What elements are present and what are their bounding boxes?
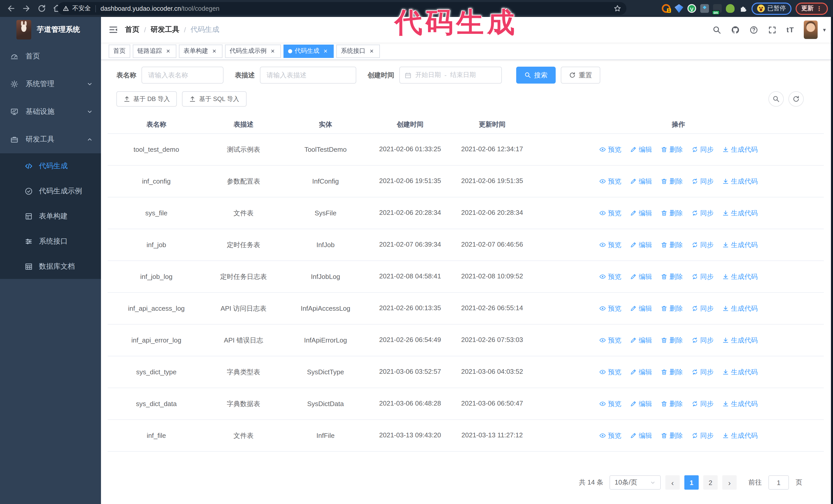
action-delete-link[interactable]: 删除 [661,431,683,440]
tab-close-icon[interactable]: × [165,48,172,54]
sidebar-subitem-表单构建[interactable]: 表单构建 [0,203,101,229]
action-preview-link[interactable]: 预览 [599,336,621,345]
extension-icon-dark[interactable]: on [713,4,722,13]
sidebar-subitem-代码生成[interactable]: 代码生成 [0,153,101,178]
action-preview-link[interactable]: 预览 [599,145,621,154]
extension-icon-green[interactable] [726,4,735,13]
action-preview-link[interactable]: 预览 [599,272,621,281]
action-preview-link[interactable]: 预览 [599,240,621,249]
action-preview-link[interactable]: 预览 [599,367,621,377]
action-generate-code-link[interactable]: 生成代码 [722,272,758,281]
address-bar[interactable]: 不安全 dashboard.yudao.iocoder.cn/tool/code… [57,2,626,15]
next-page-button[interactable]: › [722,475,737,490]
tab-系统接口[interactable]: 系统接口× [336,44,380,58]
action-preview-link[interactable]: 预览 [599,177,621,186]
action-edit-link[interactable]: 编辑 [630,399,652,408]
sidebar-item-基础设施[interactable]: 基础设施 [0,98,101,126]
browser-menu-dots-icon[interactable]: ⋮ [816,6,822,11]
action-sync-link[interactable]: 同步 [691,145,714,154]
action-generate-code-link[interactable]: 生成代码 [722,177,758,186]
action-generate-code-link[interactable]: 生成代码 [722,399,758,408]
tab-close-icon[interactable]: × [211,48,218,54]
refresh-table-button[interactable] [788,91,804,106]
action-delete-link[interactable]: 删除 [661,336,683,345]
action-generate-code-link[interactable]: 生成代码 [722,209,758,218]
action-delete-link[interactable]: 删除 [661,367,683,377]
import-db-button[interactable]: 基于 DB 导入 [116,91,177,106]
table-name-input[interactable] [142,67,223,83]
page-button-1[interactable]: 1 [684,475,699,490]
avatar-caret-down-icon[interactable]: ▾ [823,26,826,33]
tab-close-icon[interactable]: × [322,48,329,54]
extension-icon-gem[interactable] [674,4,683,13]
toggle-search-button[interactable] [768,91,784,106]
action-generate-code-link[interactable]: 生成代码 [722,240,758,249]
sidebar-logo[interactable]: 芋道管理系统 [0,17,101,43]
import-sql-button[interactable]: 基于 SQL 导入 [182,91,246,106]
sidebar-subitem-数据库文档[interactable]: 数据库文档 [0,254,101,279]
action-delete-link[interactable]: 删除 [661,177,683,186]
avatar[interactable] [804,21,818,39]
prev-page-button[interactable]: ‹ [665,475,680,490]
action-generate-code-link[interactable]: 生成代码 [722,367,758,377]
action-edit-link[interactable]: 编辑 [630,367,652,377]
page-size-select[interactable]: 10条/页 [610,475,661,490]
action-sync-link[interactable]: 同步 [691,431,714,440]
create-time-range-picker[interactable]: 开始日期 - 结束日期 [399,67,502,83]
action-preview-link[interactable]: 预览 [599,209,621,218]
browser-update-button[interactable]: 更新 ⋮ [795,2,828,15]
action-delete-link[interactable]: 删除 [661,209,683,218]
extension-icon-orange[interactable]: 1 [662,4,670,13]
action-generate-code-link[interactable]: 生成代码 [722,431,758,440]
extensions-puzzle-icon[interactable] [739,4,747,13]
action-edit-link[interactable]: 编辑 [630,240,652,249]
browser-reload-icon[interactable] [38,4,46,13]
action-delete-link[interactable]: 删除 [661,145,683,154]
action-sync-link[interactable]: 同步 [691,336,714,345]
breadcrumb-item[interactable]: 首页 [125,25,139,34]
action-edit-link[interactable]: 编辑 [630,336,652,345]
action-sync-link[interactable]: 同步 [691,304,714,313]
help-icon[interactable] [750,25,758,34]
breadcrumb-item[interactable]: 研发工具 [151,25,180,34]
action-sync-link[interactable]: 同步 [691,399,714,408]
action-generate-code-link[interactable]: 生成代码 [722,145,758,154]
tab-链路追踪[interactable]: 链路追踪× [133,44,176,58]
profile-paused-pill[interactable]: 已暂停 [752,2,791,15]
font-size-icon[interactable]: tT [787,26,794,34]
action-delete-link[interactable]: 删除 [661,304,683,313]
action-edit-link[interactable]: 编辑 [630,431,652,440]
tab-表单构建[interactable]: 表单构建× [179,44,222,58]
action-sync-link[interactable]: 同步 [691,367,714,377]
action-sync-link[interactable]: 同步 [691,272,714,281]
search-button[interactable]: 搜索 [516,67,556,83]
tab-首页[interactable]: 首页 [109,44,130,58]
fullscreen-icon[interactable] [768,25,777,34]
github-icon[interactable] [731,25,740,34]
action-delete-link[interactable]: 删除 [661,272,683,281]
sidebar-item-首页[interactable]: 首页 [0,43,101,70]
extension-icon-shield[interactable]: V [687,4,696,13]
action-edit-link[interactable]: 编辑 [630,304,652,313]
sidebar-item-系统管理[interactable]: 系统管理 [0,70,101,98]
tab-close-icon[interactable]: × [269,48,276,54]
action-edit-link[interactable]: 编辑 [630,145,652,154]
action-edit-link[interactable]: 编辑 [630,177,652,186]
bookmark-star-icon[interactable] [614,5,621,12]
action-sync-link[interactable]: 同步 [691,240,714,249]
table-desc-input[interactable] [260,67,356,83]
action-edit-link[interactable]: 编辑 [630,209,652,218]
sidebar-subitem-系统接口[interactable]: 系统接口 [0,229,101,254]
tab-代码生成[interactable]: 代码生成× [284,44,334,58]
page-button-2[interactable]: 2 [703,475,718,490]
header-search-icon[interactable] [713,25,721,34]
action-edit-link[interactable]: 编辑 [630,272,652,281]
tab-close-icon[interactable]: × [368,48,375,54]
action-preview-link[interactable]: 预览 [599,304,621,313]
action-sync-link[interactable]: 同步 [691,209,714,218]
browser-forward-icon[interactable] [22,4,31,13]
action-preview-link[interactable]: 预览 [599,431,621,440]
extension-icon-square[interactable] [700,4,709,13]
sidebar-subitem-代码生成示例[interactable]: 代码生成示例 [0,178,101,203]
action-delete-link[interactable]: 删除 [661,240,683,249]
